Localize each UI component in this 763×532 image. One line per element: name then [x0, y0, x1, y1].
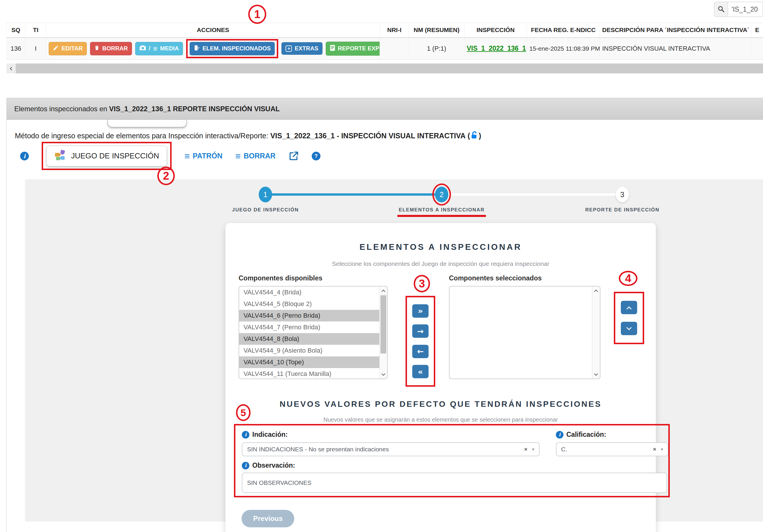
defaults-subtitle: Nuevos valores que se asignarán a estos … — [226, 416, 656, 423]
defaults-title: NUEVOS VALORES POR DEFECTO QUE TENDRÁN I… — [226, 399, 656, 409]
annotation-circle-1: 1 — [248, 5, 266, 24]
step-1-circle[interactable]: 1 — [259, 187, 272, 202]
annotation-box-reorder-buttons — [614, 292, 644, 344]
chevron-down-icon: ▾ — [661, 447, 663, 452]
info-icon[interactable]: i — [20, 152, 29, 160]
annotation-box-transfer-buttons: » → ← « — [405, 296, 435, 387]
col-descripcion: DESCRIPCIÓN PARA ´INSPECCIÓN INTERACTIVA… — [600, 23, 751, 38]
chevron-up-icon — [625, 303, 632, 312]
borrar-button[interactable]: BORRAR — [90, 42, 132, 55]
editar-button[interactable]: EDITAR — [49, 42, 87, 55]
step-juego-de-inspeccion: 1 JUEGO DE INSPECCIÓN — [201, 187, 330, 213]
scroll-down-arrow[interactable] — [380, 370, 387, 379]
external-link-icon[interactable] — [288, 151, 299, 161]
observacion-input[interactable] — [242, 473, 667, 493]
help-icon[interactable]: ? — [312, 152, 320, 160]
col-ti: TI — [25, 23, 46, 38]
actions-cell: EDITAR BORRAR / ≡ MEDIA — [49, 39, 377, 58]
sq-cell: 136 — [7, 38, 25, 60]
list-item[interactable]: VALV4544_7 (Perno Brida) — [239, 321, 379, 333]
move-left-button[interactable]: ← — [412, 345, 429, 358]
toolbar: i JUEGO DE INSPECCIÓN ≡ PAT — [20, 142, 320, 170]
indicacion-select[interactable]: SIN INDICACIONES - No se presentan indic… — [242, 442, 540, 456]
document-pencil-icon — [194, 45, 200, 52]
annotation-circle-4: 4 — [619, 271, 637, 286]
available-list-label: Componentes disponibles — [239, 274, 322, 282]
puzzle-icon — [54, 149, 66, 163]
nri-i-cell — [380, 38, 409, 60]
report-document-icon — [330, 44, 335, 53]
scroll-left-arrow[interactable]: ‹ — [6, 63, 16, 73]
move-all-left-button[interactable]: « — [412, 365, 429, 378]
info-icon[interactable]: i — [242, 431, 249, 439]
metodo-line: Método de ingreso especial de elementos … — [15, 131, 481, 142]
annotation-box-elem-inspecionados: ELEM. INSPECIONADOS — [186, 39, 278, 58]
inspeccion-link[interactable]: VIS_1_2022_136_1 — [467, 44, 526, 52]
list-item[interactable]: VALV4544_9 (Asiento Bola) — [239, 345, 379, 356]
annotation-underline-step-2 — [397, 215, 486, 217]
available-list-scrollbar — [379, 287, 387, 379]
borrar-link[interactable]: ≡ BORRAR — [235, 151, 275, 161]
fecha-cell: 15-ene-2025 11:08:39 PM — [527, 38, 600, 60]
scrollbar-thumb[interactable] — [381, 295, 386, 353]
list-item[interactable]: VALV4544_11 (Tuerca Manilla) — [239, 368, 379, 379]
bars-icon: ≡ — [184, 151, 190, 161]
search-button[interactable] — [714, 2, 728, 17]
indicacion-label: i Indicación: — [242, 431, 287, 439]
move-all-right-button[interactable]: » — [412, 304, 429, 318]
info-icon[interactable]: i — [242, 462, 249, 469]
search-icon — [717, 6, 724, 13]
clear-icon[interactable]: × — [524, 446, 527, 453]
extras-button[interactable]: + EXTRAS — [281, 42, 322, 55]
wizard-card: ELEMENTOS A INSPECCIONAR Seleccione los … — [226, 223, 656, 532]
reporte-express-button[interactable]: REPORTE EXPRESS — [326, 42, 380, 55]
ti-cell: I — [25, 38, 46, 60]
search-input[interactable] — [728, 2, 763, 17]
list-item[interactable]: VALV4544_5 (Bloque 2) — [239, 298, 379, 310]
list-item[interactable]: VALV4544_8 (Bola) — [239, 333, 379, 345]
descripcion-cell: INSPECCIÓN VISUAL INTERACTIVA — [600, 38, 751, 60]
selected-listbox[interactable] — [449, 286, 600, 379]
annotation-circle-2: 2 — [157, 167, 175, 185]
media-button[interactable]: / ≡ MEDIA — [135, 42, 183, 55]
chevron-down-icon — [625, 324, 632, 333]
camera-icon — [139, 45, 146, 52]
annotation-ring-step-2 — [432, 183, 451, 206]
selected-list-scrollbar — [592, 287, 600, 379]
col-inspeccion: INSPECCIÓN — [464, 23, 527, 38]
info-icon[interactable]: i — [556, 431, 563, 439]
horizontal-scrollbar: ‹ — [6, 63, 763, 73]
annotation-box-juego: JUEGO DE INSPECCIÓN — [42, 142, 171, 170]
col-sq: SQ — [7, 23, 25, 38]
scroll-down-arrow[interactable] — [592, 370, 600, 379]
clear-icon[interactable]: × — [653, 446, 656, 453]
selected-list — [450, 287, 592, 379]
patron-link[interactable]: ≡ PATRÓN — [184, 151, 223, 161]
horizontal-scrollbar-thumb[interactable] — [16, 63, 763, 73]
wizard-area: 1 JUEGO DE INSPECCIÓN 2 ELEMENTOS A INSP… — [25, 179, 763, 521]
calificacion-select[interactable]: C. × ▾ — [556, 442, 668, 456]
step-elementos-a-inspeccionar: 2 ELEMENTOS A INSPECCIONAR — [378, 187, 506, 217]
elem-inspecionados-button[interactable]: ELEM. INSPECIONADOS — [190, 42, 275, 55]
main-panel: Elementos inspeccionados en VIS_1_2022_1… — [6, 98, 763, 532]
list-item[interactable]: VALV4544_6 (Perno Brida) — [239, 310, 379, 321]
card-subtitle: Seleccione los componentes del Juego de … — [226, 260, 656, 267]
juego-de-inspeccion-button[interactable]: JUEGO DE INSPECCIÓN — [46, 145, 167, 166]
collapsed-tab[interactable] — [107, 120, 187, 127]
page: SQ TI ACCIONES NRI-I NM (RESUMEN) INSPEC… — [0, 0, 763, 532]
list-item[interactable]: VALV4544_4 (Brida) — [239, 287, 379, 298]
previous-button[interactable]: Previous — [242, 510, 294, 527]
records-table: SQ TI ACCIONES NRI-I NM (RESUMEN) INSPEC… — [6, 23, 763, 60]
observacion-label: i Observación: — [242, 462, 295, 469]
scroll-up-arrow[interactable] — [592, 287, 600, 295]
available-listbox[interactable]: VALV4544_4 (Brida) VALV4544_5 (Bloque 2)… — [239, 286, 388, 379]
bars-icon: ≡ — [235, 151, 241, 161]
move-up-button[interactable] — [621, 301, 637, 314]
card-title: ELEMENTOS A INSPECCIONAR — [226, 242, 656, 252]
step-3-circle[interactable]: 3 — [615, 187, 629, 202]
move-down-button[interactable] — [621, 322, 637, 335]
selected-list-label: Componentes seleccionados — [449, 274, 542, 282]
move-right-button[interactable]: → — [412, 324, 429, 338]
list-item[interactable]: VALV4544_10 (Tope) — [239, 356, 379, 368]
scroll-up-arrow[interactable] — [380, 287, 387, 295]
